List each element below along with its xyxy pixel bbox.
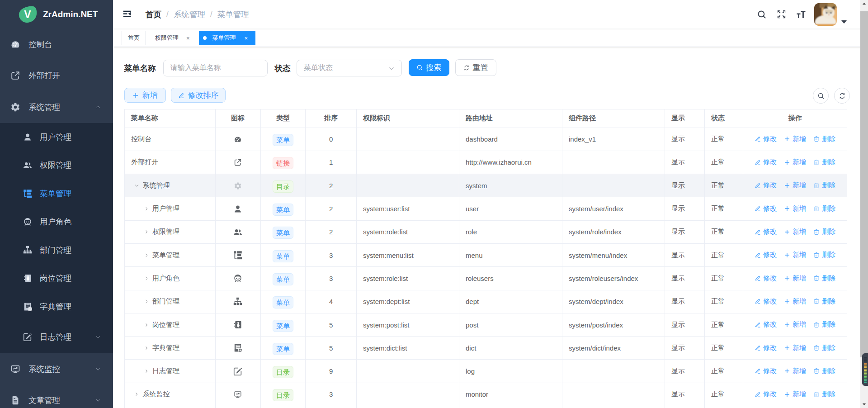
svg-text:V: V <box>24 9 31 20</box>
